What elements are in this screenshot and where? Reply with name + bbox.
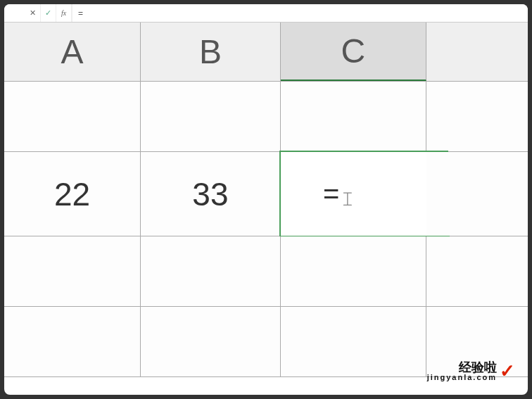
- watermark-title: 经验啦: [459, 361, 497, 374]
- formula-enter-button[interactable]: ✓: [41, 4, 56, 22]
- cell-c2[interactable]: = 𝙸: [281, 152, 426, 236]
- spreadsheet-grid: A B C 22 33 = 𝙸: [4, 23, 528, 377]
- column-header-b[interactable]: B: [141, 23, 281, 81]
- row-3: [4, 236, 528, 307]
- cell-b4[interactable]: [141, 307, 281, 376]
- fx-icon: fx: [61, 9, 66, 17]
- cell-a3[interactable]: [4, 236, 141, 306]
- text-cursor-icon: 𝙸: [341, 188, 355, 211]
- cell-d3[interactable]: [426, 236, 528, 306]
- column-header-c[interactable]: C: [281, 23, 426, 81]
- insert-function-button[interactable]: fx: [56, 4, 72, 22]
- formula-cancel-button[interactable]: ✕: [25, 4, 41, 22]
- cell-c3[interactable]: [281, 236, 426, 306]
- formula-bar: ✕ ✓ fx =: [4, 4, 528, 23]
- cell-c4[interactable]: [281, 307, 426, 376]
- column-header-a[interactable]: A: [4, 23, 141, 81]
- cell-b3[interactable]: [141, 236, 281, 306]
- cell-a1[interactable]: [4, 82, 141, 151]
- editing-cell-text: =: [323, 178, 339, 210]
- cell-b1[interactable]: [141, 82, 281, 151]
- cell-d1[interactable]: [426, 82, 528, 151]
- cell-a4[interactable]: [4, 307, 141, 376]
- check-icon: ✓: [500, 360, 515, 382]
- row-1: [4, 82, 528, 152]
- watermark: 经验啦 jingyanla.com ✓: [427, 360, 515, 382]
- editing-cell-c2[interactable]: = 𝙸: [279, 151, 448, 237]
- cell-b2[interactable]: 33: [141, 152, 281, 236]
- formula-input[interactable]: =: [72, 4, 528, 22]
- cell-a2[interactable]: 22: [4, 152, 141, 236]
- row-2: 22 33 = 𝙸: [4, 152, 528, 236]
- column-header-d[interactable]: [426, 23, 528, 81]
- cell-c1[interactable]: [281, 82, 426, 151]
- column-headers: A B C: [4, 23, 528, 82]
- cell-d2[interactable]: [426, 152, 528, 236]
- watermark-url: jingyanla.com: [427, 374, 497, 381]
